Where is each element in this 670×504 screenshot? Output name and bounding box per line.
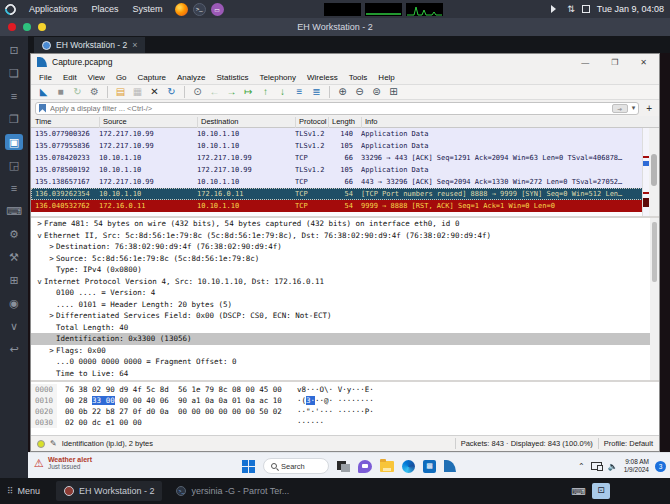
col-length[interactable]: Length bbox=[328, 117, 353, 128]
menu-applications[interactable]: Applications bbox=[22, 4, 85, 14]
task-eh-workstation[interactable]: EH Workstation - 2 bbox=[56, 481, 162, 501]
menu-analyze[interactable]: Analyze bbox=[177, 73, 205, 82]
fullscreen-icon[interactable]: ❏ bbox=[5, 65, 23, 81]
hex-row[interactable]: 001000 28 33 00 00 00 40 06 90 a1 0a 0a … bbox=[31, 395, 659, 406]
detail-line[interactable]: Time to Live: 64 bbox=[31, 368, 659, 380]
menu-view[interactable]: View bbox=[88, 73, 105, 82]
col-source[interactable]: Source bbox=[99, 117, 195, 128]
menu-tools[interactable]: Tools bbox=[349, 73, 368, 82]
detail-line[interactable]: >Source: 5c:8d:56:1e:79:8c (5c:8d:56:1e:… bbox=[31, 253, 659, 265]
start-button[interactable] bbox=[242, 460, 255, 473]
detail-line[interactable]: Type: IPv4 (0x0800) bbox=[31, 264, 659, 276]
capture-options-icon[interactable]: ⚙ bbox=[88, 85, 101, 99]
wireshark-titlebar[interactable]: Capture.pcapng — ❐ ✕ bbox=[31, 54, 659, 70]
autoscroll-icon[interactable]: ≡ bbox=[293, 85, 306, 99]
expert-info-icon[interactable] bbox=[37, 440, 45, 448]
tools-wrench-icon[interactable]: ⚒ bbox=[5, 249, 23, 265]
status-profile[interactable]: Profile: Default bbox=[604, 439, 653, 448]
colorize-icon[interactable]: ≣ bbox=[310, 85, 323, 99]
display-filter-input[interactable] bbox=[50, 104, 608, 113]
save-file-icon[interactable]: ▦ bbox=[131, 85, 144, 99]
packet-row[interactable]: 135.138657167172.217.10.9910.10.1.10TCP6… bbox=[31, 176, 643, 188]
close-file-icon[interactable]: ✕ bbox=[148, 85, 161, 99]
bookmark-icon[interactable] bbox=[39, 104, 46, 113]
resize-icon[interactable]: ◲ bbox=[5, 157, 23, 173]
menu-statistics[interactable]: Statistics bbox=[217, 73, 249, 82]
taskbar-search[interactable]: Search bbox=[263, 458, 329, 474]
find-packet-icon[interactable]: ⊙ bbox=[191, 85, 204, 99]
detail-line[interactable]: Identification: 0x3300 (13056) bbox=[31, 333, 659, 345]
go-forward-icon[interactable]: → bbox=[225, 85, 238, 99]
detail-line[interactable]: 0100 .... = Version: 4 bbox=[31, 287, 659, 299]
firefox-icon[interactable] bbox=[175, 3, 188, 16]
resize-columns-icon[interactable]: ⊞ bbox=[387, 85, 400, 99]
tab-close-icon[interactable]: × bbox=[132, 40, 137, 50]
restart-capture-icon[interactable]: ↻ bbox=[71, 85, 84, 99]
menu-wireless[interactable]: Wireless bbox=[307, 73, 338, 82]
disconnect-icon[interactable]: ↩ bbox=[5, 341, 23, 357]
tray-clock[interactable]: 9:08 AM 1/9/2024 bbox=[624, 458, 649, 474]
detail-line[interactable]: .... 0101 = Header Length: 20 bytes (5) bbox=[31, 299, 659, 311]
detail-line[interactable]: >Differentiated Services Field: 0x00 (DS… bbox=[31, 310, 659, 322]
packet-list-scrollbar[interactable] bbox=[649, 128, 659, 216]
microsoft-store-icon[interactable]: ▩ bbox=[423, 460, 436, 473]
packet-row[interactable]: 135.077955836172.217.10.9910.10.1.10TLSv… bbox=[31, 140, 643, 152]
workspace-icon[interactable] bbox=[582, 5, 590, 13]
zoom-in-icon[interactable]: ⊕ bbox=[336, 85, 349, 99]
detail-line[interactable]: ...0 0000 0000 0000 = Fragment Offset: 0 bbox=[31, 356, 659, 368]
detail-line[interactable]: >Destination: 76:38:02:90:d9:4f (76:38:0… bbox=[31, 241, 659, 253]
volume-icon[interactable] bbox=[551, 5, 560, 13]
detail-line[interactable]: >Flags: 0x00 bbox=[31, 345, 659, 357]
packet-row[interactable]: 135.07850019210.10.1.10172.217.10.99TLSv… bbox=[31, 164, 643, 176]
details-scrollbar[interactable] bbox=[650, 218, 659, 380]
capture-target-icon[interactable]: ⊡ bbox=[5, 42, 23, 58]
expander-icon[interactable]: > bbox=[47, 310, 56, 322]
clone-window-icon[interactable]: ⊞ bbox=[5, 272, 23, 288]
start-capture-icon[interactable]: ◣ bbox=[37, 85, 50, 99]
packet-row[interactable]: 135.077900326172.217.10.9910.10.1.10TLSv… bbox=[31, 128, 643, 140]
list-icon[interactable]: ≡ bbox=[5, 180, 23, 196]
packet-row[interactable]: 136.040532762172.16.0.1110.10.1.10TCP549… bbox=[31, 200, 643, 212]
stop-capture-icon[interactable]: ■ bbox=[54, 85, 67, 99]
menu-file[interactable]: File bbox=[39, 73, 52, 82]
zoom-reset-icon[interactable]: ⊜ bbox=[370, 85, 383, 99]
notes-icon[interactable]: ▭ bbox=[211, 3, 224, 16]
minimize-button[interactable]: — bbox=[581, 58, 589, 67]
apply-filter-icon[interactable]: ➔ bbox=[612, 104, 628, 113]
edit-comment-icon[interactable]: ✎ bbox=[50, 439, 57, 448]
active-viewer-tray-icon[interactable]: ⊡ bbox=[592, 483, 610, 499]
menu-lines-icon[interactable]: ≡ bbox=[5, 88, 23, 104]
open-file-icon[interactable]: ▤ bbox=[114, 85, 127, 99]
parrot-clock[interactable]: Tue Jan 9, 04:08 bbox=[597, 4, 664, 14]
keyboard-tray-icon[interactable]: ⌨ bbox=[572, 486, 586, 497]
col-info[interactable]: Info bbox=[361, 117, 641, 128]
expander-icon[interactable]: > bbox=[35, 218, 44, 230]
filter-dropdown-icon[interactable]: ▾ bbox=[632, 104, 636, 112]
menu-system[interactable]: System bbox=[126, 4, 170, 14]
go-bottom-icon[interactable]: ↓ bbox=[276, 85, 289, 99]
go-to-packet-icon[interactable]: ↦ bbox=[242, 85, 255, 99]
hex-row[interactable]: 003002 00 dc e1 00 00······ bbox=[31, 417, 659, 428]
col-destination[interactable]: Destination bbox=[197, 117, 293, 128]
menu-capture[interactable]: Capture bbox=[138, 73, 166, 82]
detail-line[interactable]: >Frame 481: 54 bytes on wire (432 bits),… bbox=[31, 218, 659, 230]
hex-row[interactable]: 000076 38 02 90 d9 4f 5c 8d 56 1e 79 8c … bbox=[31, 384, 659, 395]
expander-icon[interactable]: > bbox=[47, 253, 56, 265]
menu-telephony[interactable]: Telephony bbox=[260, 73, 296, 82]
task-view-button[interactable] bbox=[337, 461, 350, 472]
intelligent-scrollbar[interactable] bbox=[642, 128, 649, 216]
detail-line[interactable]: Total Length: 40 bbox=[31, 322, 659, 334]
file-explorer-icon[interactable] bbox=[380, 461, 394, 472]
menu-go[interactable]: Go bbox=[116, 73, 127, 82]
parrot-menu-button[interactable]: ⠿ Menu bbox=[0, 486, 50, 496]
go-top-icon[interactable]: ↑ bbox=[259, 85, 272, 99]
chevron-down-icon[interactable]: ∨ bbox=[5, 318, 23, 334]
speaker-muted-icon[interactable]: 🔈 bbox=[608, 462, 618, 471]
notification-badge[interactable]: 3 bbox=[655, 461, 666, 472]
edge-browser-icon[interactable] bbox=[402, 460, 415, 473]
terminal-icon[interactable]: >_ bbox=[193, 3, 206, 16]
window-panel-icon[interactable]: ❐ bbox=[5, 111, 23, 127]
hex-row[interactable]: 002000 0b 22 b8 27 0f d0 0a 00 00 00 00 … bbox=[31, 406, 659, 417]
expander-icon[interactable]: v bbox=[35, 230, 44, 242]
task-yersinia-terminal[interactable]: >_ yersinia -G - Parrot Ter... bbox=[168, 481, 297, 501]
